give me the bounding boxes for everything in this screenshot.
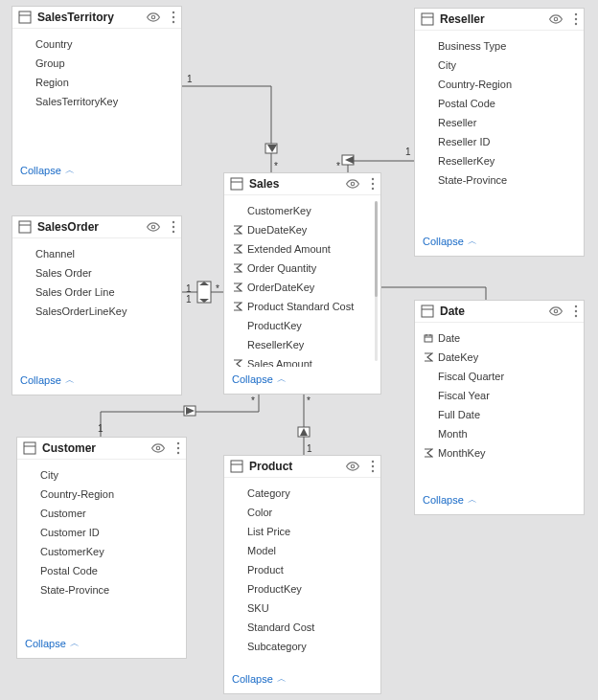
model-canvas[interactable]: 1 * 1 * 1 1 * 1 * 1 * SalesTerritory Cou… — [0, 0, 598, 700]
field-row[interactable]: MonthKey — [415, 443, 584, 463]
field-row[interactable]: Postal Code — [17, 561, 186, 580]
visibility-icon[interactable] — [147, 220, 160, 234]
field-row[interactable]: Subcategory — [224, 637, 380, 656]
field-row[interactable]: ResellerKey — [415, 151, 584, 170]
collapse-link[interactable]: Collapse ︿ — [423, 493, 477, 507]
field-row[interactable]: Country — [12, 34, 181, 54]
field-label: Color — [247, 505, 272, 520]
card-title: SalesOrder — [37, 220, 141, 234]
card-header: Date — [415, 301, 584, 323]
table-card-reseller[interactable]: Reseller Business TypeCityCountry-Region… — [414, 8, 585, 257]
field-row[interactable]: DateKey — [415, 348, 584, 367]
field-row[interactable]: Product — [224, 560, 380, 579]
visibility-icon[interactable] — [151, 441, 165, 455]
field-row[interactable]: Sales Order — [12, 263, 181, 282]
field-row[interactable]: Country-Region — [17, 485, 186, 504]
field-row[interactable]: SalesTerritoryKey — [12, 92, 181, 111]
field-row[interactable]: CustomerKey — [17, 542, 186, 561]
field-label: Category — [247, 485, 290, 501]
more-icon[interactable] — [371, 177, 375, 191]
field-row[interactable]: SKU — [224, 598, 380, 618]
field-row[interactable]: Fiscal Year — [415, 386, 584, 405]
field-row[interactable]: Sales Order Line — [12, 282, 181, 302]
field-row[interactable]: Category — [224, 484, 380, 503]
table-card-sales[interactable]: Sales CustomerKeyDueDateKeyExtended Amou… — [223, 172, 381, 395]
card-header: SalesTerritory — [12, 7, 181, 29]
table-card-product[interactable]: Product CategoryColorList PriceModelProd… — [223, 455, 381, 694]
field-row[interactable]: Order Quantity — [224, 259, 380, 278]
field-row[interactable]: Customer — [17, 504, 186, 523]
field-label: Business Type — [438, 38, 506, 54]
collapse-link[interactable]: Collapse ︿ — [20, 164, 75, 177]
svg-rect-35 — [422, 305, 433, 317]
table-card-date[interactable]: Date DateDateKeyFiscal QuarterFiscal Yea… — [414, 300, 585, 515]
field-label: Fiscal Quarter — [438, 369, 504, 384]
field-row[interactable]: Region — [12, 73, 181, 92]
table-card-salesterritory[interactable]: SalesTerritory CountryGroupRegionSalesTe… — [12, 6, 182, 186]
svg-point-21 — [575, 18, 577, 20]
more-icon[interactable] — [574, 12, 578, 26]
visibility-icon[interactable] — [346, 460, 359, 473]
more-icon[interactable] — [574, 305, 578, 318]
field-label: City — [438, 57, 456, 73]
svg-point-40 — [575, 315, 577, 317]
field-row[interactable]: Extended Amount — [224, 239, 380, 259]
visibility-icon[interactable] — [346, 177, 359, 191]
field-row[interactable]: ResellerKey — [224, 335, 380, 354]
collapse-link[interactable]: Collapse ︿ — [423, 235, 477, 248]
visibility-icon[interactable] — [147, 11, 160, 24]
field-row[interactable]: DueDateKey — [224, 220, 380, 239]
sigma-icon — [232, 262, 243, 274]
field-row[interactable]: Business Type — [415, 36, 584, 56]
field-row[interactable]: State-Province — [17, 580, 186, 599]
table-icon — [421, 305, 434, 318]
visibility-icon[interactable] — [549, 12, 563, 26]
field-row[interactable]: OrderDateKey — [224, 278, 380, 297]
field-label: Region — [35, 75, 69, 90]
field-row[interactable]: Country-Region — [415, 75, 584, 94]
field-row[interactable]: SalesOrderLineKey — [12, 302, 181, 321]
more-icon[interactable] — [371, 460, 375, 473]
collapse-link[interactable]: Collapse ︿ — [232, 373, 287, 386]
collapse-link[interactable]: Collapse ︿ — [25, 637, 80, 650]
field-row[interactable]: ProductKey — [224, 316, 380, 335]
field-row[interactable]: Month — [415, 424, 584, 443]
field-row[interactable]: Full Date — [415, 405, 584, 424]
field-row[interactable]: Standard Cost — [224, 618, 380, 637]
more-icon[interactable] — [176, 441, 180, 455]
cardinality-label: 1 — [186, 283, 192, 294]
field-label: Country-Region — [438, 77, 512, 92]
field-row[interactable]: Customer ID — [17, 523, 186, 542]
more-icon[interactable] — [172, 220, 175, 234]
field-row[interactable]: Fiscal Quarter — [415, 367, 584, 386]
field-row[interactable]: Reseller — [415, 113, 584, 132]
field-row[interactable]: Sales Amount — [224, 354, 380, 367]
field-row[interactable]: Product Standard Cost — [224, 297, 380, 316]
card-title: Reseller — [440, 12, 543, 26]
collapse-link[interactable]: Collapse ︿ — [20, 373, 75, 387]
field-row[interactable]: Reseller ID — [415, 132, 584, 151]
field-row[interactable]: ProductKey — [224, 579, 380, 598]
field-row[interactable]: Group — [12, 54, 181, 73]
field-label: Product Standard Cost — [247, 299, 354, 314]
visibility-icon[interactable] — [549, 305, 563, 318]
field-row[interactable]: Postal Code — [415, 94, 584, 113]
field-label: Reseller ID — [438, 134, 490, 149]
collapse-label: Collapse — [423, 236, 464, 247]
more-icon[interactable] — [172, 11, 175, 24]
field-row[interactable]: Model — [224, 541, 380, 560]
field-row[interactable]: City — [415, 56, 584, 75]
field-row[interactable]: Date — [415, 328, 584, 348]
field-row[interactable]: State-Province — [415, 170, 584, 190]
collapse-label: Collapse — [20, 165, 61, 176]
field-row[interactable]: City — [17, 465, 186, 485]
table-card-customer[interactable]: Customer CityCountry-RegionCustomerCusto… — [16, 437, 187, 659]
collapse-link[interactable]: Collapse ︿ — [232, 672, 287, 686]
svg-marker-10 — [300, 428, 308, 436]
field-row[interactable]: Color — [224, 503, 380, 522]
svg-point-20 — [575, 13, 577, 15]
table-card-salesorder[interactable]: SalesOrder ChannelSales OrderSales Order… — [12, 215, 182, 395]
field-row[interactable]: CustomerKey — [224, 201, 380, 220]
field-row[interactable]: List Price — [224, 522, 380, 541]
field-row[interactable]: Channel — [12, 244, 181, 263]
